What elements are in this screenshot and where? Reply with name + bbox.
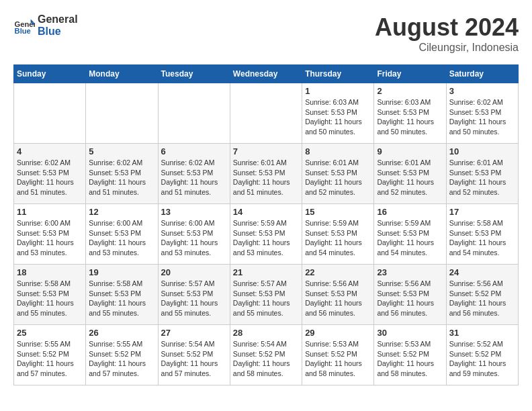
day-header-tuesday: Tuesday: [158, 65, 230, 83]
day-number: 5: [89, 146, 154, 156]
day-cell: 31Sunrise: 5:52 AM Sunset: 5:52 PM Dayli…: [446, 325, 518, 385]
day-info: Sunrise: 5:56 AM Sunset: 5:52 PM Dayligh…: [449, 279, 515, 318]
day-number: 4: [17, 146, 83, 156]
day-info: Sunrise: 5:58 AM Sunset: 5:53 PM Dayligh…: [17, 279, 83, 318]
day-cell: 28Sunrise: 5:54 AM Sunset: 5:52 PM Dayli…: [230, 325, 302, 385]
day-header-wednesday: Wednesday: [230, 65, 302, 83]
day-number: 6: [161, 146, 227, 156]
month-title: August 2024: [375, 13, 519, 42]
svg-text:Blue: Blue: [15, 27, 31, 35]
day-number: 23: [377, 267, 443, 277]
day-number: 22: [305, 267, 371, 277]
calendar-table: SundayMondayTuesdayWednesdayThursdayFrid…: [13, 64, 519, 385]
day-number: 10: [449, 146, 515, 156]
day-header-thursday: Thursday: [302, 65, 374, 83]
day-cell: 29Sunrise: 5:53 AM Sunset: 5:52 PM Dayli…: [302, 325, 374, 385]
day-info: Sunrise: 5:54 AM Sunset: 5:52 PM Dayligh…: [233, 339, 299, 379]
day-info: Sunrise: 6:01 AM Sunset: 5:53 PM Dayligh…: [305, 158, 371, 197]
day-number: 24: [449, 267, 515, 277]
day-number: 9: [377, 146, 443, 156]
day-info: Sunrise: 5:54 AM Sunset: 5:52 PM Dayligh…: [161, 339, 227, 379]
day-info: Sunrise: 6:00 AM Sunset: 5:53 PM Dayligh…: [89, 218, 154, 258]
day-cell: 5Sunrise: 6:02 AM Sunset: 5:53 PM Daylig…: [86, 144, 158, 204]
location: Cileungsir, Indonesia: [375, 42, 519, 54]
day-cell: 25Sunrise: 5:55 AM Sunset: 5:52 PM Dayli…: [14, 325, 86, 385]
day-info: Sunrise: 6:02 AM Sunset: 5:53 PM Dayligh…: [161, 158, 227, 197]
day-cell: 17Sunrise: 5:58 AM Sunset: 5:53 PM Dayli…: [446, 204, 518, 265]
day-info: Sunrise: 5:56 AM Sunset: 5:53 PM Dayligh…: [377, 279, 443, 318]
day-cell: 8Sunrise: 6:01 AM Sunset: 5:53 PM Daylig…: [302, 144, 374, 204]
logo-general-text: General: [38, 13, 78, 26]
day-number: 26: [89, 328, 154, 338]
day-info: Sunrise: 5:58 AM Sunset: 5:53 PM Dayligh…: [449, 218, 515, 258]
day-info: Sunrise: 6:00 AM Sunset: 5:53 PM Dayligh…: [17, 218, 83, 258]
day-cell: 14Sunrise: 5:59 AM Sunset: 5:53 PM Dayli…: [230, 204, 302, 265]
day-cell: 15Sunrise: 5:59 AM Sunset: 5:53 PM Dayli…: [302, 204, 374, 265]
title-block: August 2024 Cileungsir, Indonesia: [375, 13, 519, 54]
day-number: 28: [233, 328, 299, 338]
day-info: Sunrise: 6:02 AM Sunset: 5:53 PM Dayligh…: [449, 97, 515, 137]
day-cell: [158, 83, 230, 144]
day-cell: 16Sunrise: 5:59 AM Sunset: 5:53 PM Dayli…: [374, 204, 446, 265]
day-cell: 24Sunrise: 5:56 AM Sunset: 5:52 PM Dayli…: [446, 265, 518, 325]
calendar-header-row: SundayMondayTuesdayWednesdayThursdayFrid…: [14, 65, 519, 83]
day-info: Sunrise: 5:55 AM Sunset: 5:52 PM Dayligh…: [17, 339, 83, 379]
day-cell: 1Sunrise: 6:03 AM Sunset: 5:53 PM Daylig…: [302, 83, 374, 144]
day-cell: [14, 83, 86, 144]
day-info: Sunrise: 5:59 AM Sunset: 5:53 PM Dayligh…: [377, 218, 443, 258]
day-number: 13: [161, 207, 227, 217]
day-number: 3: [449, 86, 515, 96]
day-cell: 30Sunrise: 5:53 AM Sunset: 5:52 PM Dayli…: [374, 325, 446, 385]
day-cell: [230, 83, 302, 144]
day-number: 30: [377, 328, 443, 338]
logo-blue-text: Blue: [38, 26, 78, 38]
day-info: Sunrise: 6:02 AM Sunset: 5:53 PM Dayligh…: [89, 158, 154, 197]
day-cell: 21Sunrise: 5:57 AM Sunset: 5:53 PM Dayli…: [230, 265, 302, 325]
day-info: Sunrise: 6:00 AM Sunset: 5:53 PM Dayligh…: [161, 218, 227, 258]
day-cell: 2Sunrise: 6:03 AM Sunset: 5:53 PM Daylig…: [374, 83, 446, 144]
day-info: Sunrise: 6:03 AM Sunset: 5:53 PM Dayligh…: [377, 97, 443, 137]
day-number: 8: [305, 146, 371, 156]
day-cell: 4Sunrise: 6:02 AM Sunset: 5:53 PM Daylig…: [14, 144, 86, 204]
day-info: Sunrise: 5:53 AM Sunset: 5:52 PM Dayligh…: [305, 339, 371, 379]
day-cell: [86, 83, 158, 144]
day-info: Sunrise: 6:03 AM Sunset: 5:53 PM Dayligh…: [305, 97, 371, 137]
day-number: 7: [233, 146, 299, 156]
day-info: Sunrise: 5:59 AM Sunset: 5:53 PM Dayligh…: [233, 218, 299, 258]
week-row-3: 11Sunrise: 6:00 AM Sunset: 5:53 PM Dayli…: [14, 204, 519, 265]
week-row-2: 4Sunrise: 6:02 AM Sunset: 5:53 PM Daylig…: [14, 144, 519, 204]
day-number: 15: [305, 207, 371, 217]
logo-icon: General Blue: [13, 15, 35, 36]
day-info: Sunrise: 5:56 AM Sunset: 5:53 PM Dayligh…: [305, 279, 371, 318]
day-info: Sunrise: 6:01 AM Sunset: 5:53 PM Dayligh…: [233, 158, 299, 197]
week-row-1: 1Sunrise: 6:03 AM Sunset: 5:53 PM Daylig…: [14, 83, 519, 144]
day-cell: 19Sunrise: 5:58 AM Sunset: 5:53 PM Dayli…: [86, 265, 158, 325]
day-number: 14: [233, 207, 299, 217]
day-cell: 9Sunrise: 6:01 AM Sunset: 5:53 PM Daylig…: [374, 144, 446, 204]
day-number: 19: [89, 267, 154, 277]
day-cell: 13Sunrise: 6:00 AM Sunset: 5:53 PM Dayli…: [158, 204, 230, 265]
day-cell: 20Sunrise: 5:57 AM Sunset: 5:53 PM Dayli…: [158, 265, 230, 325]
day-number: 21: [233, 267, 299, 277]
day-number: 27: [161, 328, 227, 338]
day-number: 1: [305, 86, 371, 96]
day-number: 16: [377, 207, 443, 217]
day-info: Sunrise: 6:02 AM Sunset: 5:53 PM Dayligh…: [17, 158, 83, 197]
day-number: 29: [305, 328, 371, 338]
day-header-saturday: Saturday: [446, 65, 518, 83]
day-number: 17: [449, 207, 515, 217]
day-info: Sunrise: 5:53 AM Sunset: 5:52 PM Dayligh…: [377, 339, 443, 379]
day-cell: 3Sunrise: 6:02 AM Sunset: 5:53 PM Daylig…: [446, 83, 518, 144]
day-info: Sunrise: 5:58 AM Sunset: 5:53 PM Dayligh…: [89, 279, 154, 318]
day-number: 31: [449, 328, 515, 338]
week-row-4: 18Sunrise: 5:58 AM Sunset: 5:53 PM Dayli…: [14, 265, 519, 325]
day-cell: 18Sunrise: 5:58 AM Sunset: 5:53 PM Dayli…: [14, 265, 86, 325]
day-info: Sunrise: 5:57 AM Sunset: 5:53 PM Dayligh…: [233, 279, 299, 318]
day-number: 2: [377, 86, 443, 96]
day-number: 18: [17, 267, 83, 277]
day-info: Sunrise: 5:52 AM Sunset: 5:52 PM Dayligh…: [449, 339, 515, 379]
day-cell: 7Sunrise: 6:01 AM Sunset: 5:53 PM Daylig…: [230, 144, 302, 204]
day-info: Sunrise: 5:59 AM Sunset: 5:53 PM Dayligh…: [305, 218, 371, 258]
day-cell: 27Sunrise: 5:54 AM Sunset: 5:52 PM Dayli…: [158, 325, 230, 385]
logo: General Blue General Blue: [13, 13, 78, 37]
